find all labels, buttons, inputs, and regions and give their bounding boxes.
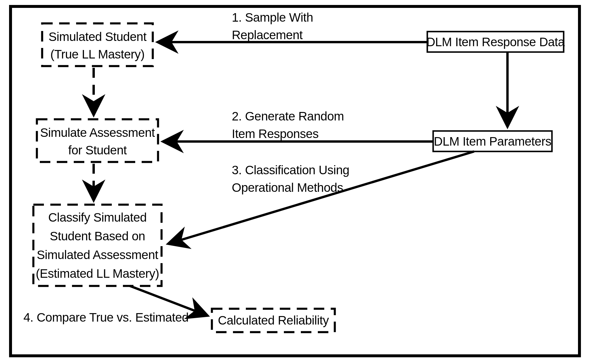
label-simulated-student-l1: Simulated Student xyxy=(49,30,147,44)
box-simulate-assessment: Simulate Assessment for Student xyxy=(37,119,158,162)
box-simulated-student: Simulated Student (True LL Mastery) xyxy=(42,23,153,66)
box-calculated-reliability: Calculated Reliability xyxy=(212,309,335,332)
label-calc-reliability: Calculated Reliability xyxy=(218,313,329,327)
label-step2-l1: 2. Generate Random xyxy=(232,109,344,123)
label-step4: 4. Compare True vs. Estimated xyxy=(23,310,188,324)
box-item-response-data: DLM Item Response Data xyxy=(426,32,565,52)
diagram-canvas: DLM Item Response Data DLM Item Paramete… xyxy=(0,0,590,364)
label-step2-l2: Item Responses xyxy=(232,127,318,141)
label-step1-l1: 1. Sample With xyxy=(232,11,313,24)
label-step3-l1: 3. Classification Using xyxy=(232,163,349,177)
label-simulated-student-l2: (True LL Mastery) xyxy=(50,47,145,61)
label-classify-l4: (Estimated LL Mastery) xyxy=(36,267,159,280)
label-classify-l1: Classify Simulated xyxy=(48,211,147,224)
label-classify-l2: Student Based on xyxy=(50,229,145,243)
box-item-parameters: DLM Item Parameters xyxy=(433,131,552,151)
label-classify-l3: Simulated Assessment xyxy=(37,248,159,262)
label-item-parameters: DLM Item Parameters xyxy=(434,134,551,148)
label-item-response-data: DLM Item Response Data xyxy=(426,35,565,49)
label-simulate-assessment-l1: Simulate Assessment xyxy=(40,126,155,139)
box-classify-student: Classify Simulated Student Based on Simu… xyxy=(33,205,162,286)
label-simulate-assessment-l2: for Student xyxy=(68,143,127,157)
label-step1-l2: Replacement xyxy=(232,28,303,42)
label-step3-l2: Operational Methods xyxy=(232,181,343,194)
